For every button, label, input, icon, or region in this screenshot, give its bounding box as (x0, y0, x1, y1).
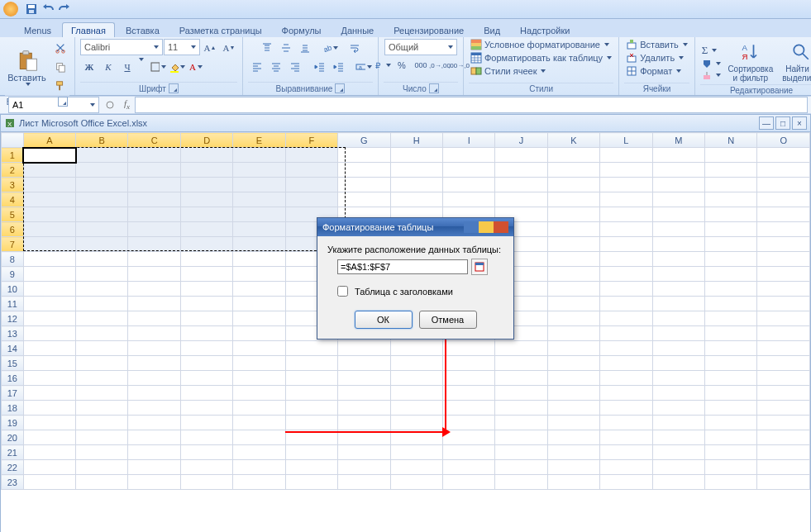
cell[interactable] (128, 282, 180, 297)
cell[interactable] (547, 341, 599, 356)
cell[interactable] (443, 356, 495, 371)
cell[interactable] (128, 237, 180, 252)
cell[interactable] (23, 475, 75, 490)
row-header[interactable]: 15 (2, 356, 24, 371)
cell[interactable] (233, 222, 285, 237)
cell[interactable] (180, 178, 232, 192)
cell[interactable] (180, 460, 232, 475)
fill-color-button[interactable] (168, 58, 186, 76)
row-header[interactable]: 19 (2, 416, 24, 430)
cell[interactable] (443, 163, 495, 178)
cell[interactable] (547, 297, 599, 311)
cell[interactable] (495, 192, 547, 207)
cell[interactable] (705, 356, 757, 371)
cell[interactable] (652, 445, 704, 460)
cell[interactable] (652, 192, 704, 207)
fill-button[interactable] (700, 59, 723, 69)
cell[interactable] (233, 445, 285, 460)
cell[interactable] (652, 401, 704, 416)
cell[interactable] (495, 416, 547, 430)
cell[interactable] (285, 148, 337, 163)
cell[interactable] (233, 282, 285, 297)
cell[interactable] (443, 416, 495, 430)
cell[interactable] (180, 430, 232, 445)
cell[interactable] (390, 341, 442, 356)
bold-button[interactable]: Ж (80, 58, 98, 76)
cell[interactable] (128, 401, 180, 416)
shrink-font-icon[interactable]: A▼ (220, 39, 238, 57)
cell[interactable] (757, 207, 810, 222)
cell[interactable] (652, 163, 704, 178)
cell[interactable] (600, 416, 652, 430)
row-header[interactable]: 7 (2, 237, 24, 252)
cell[interactable] (180, 192, 232, 207)
row-header[interactable]: 14 (2, 341, 24, 356)
cell[interactable] (23, 416, 75, 430)
cell[interactable] (76, 178, 128, 192)
row-header[interactable]: 6 (2, 222, 24, 237)
comma-icon[interactable]: 000 (412, 56, 430, 74)
cell[interactable] (705, 267, 757, 282)
cell[interactable] (600, 386, 652, 401)
cell[interactable] (705, 311, 757, 326)
cell[interactable] (652, 237, 704, 252)
cell[interactable] (180, 267, 232, 282)
cell[interactable] (705, 207, 757, 222)
cell[interactable] (757, 237, 810, 252)
cell[interactable] (652, 416, 704, 430)
cell[interactable] (233, 326, 285, 341)
cell[interactable] (285, 401, 337, 416)
row-header[interactable]: 21 (2, 445, 24, 460)
cell[interactable] (390, 475, 442, 490)
cell[interactable] (180, 371, 232, 386)
cell[interactable] (180, 237, 232, 252)
cell[interactable] (233, 207, 285, 222)
row-header[interactable]: 9 (2, 267, 24, 282)
cell[interactable] (180, 148, 232, 163)
row-header[interactable]: 20 (2, 430, 24, 445)
cell[interactable] (757, 371, 810, 386)
align-bottom-icon[interactable] (296, 39, 314, 57)
autosum-button[interactable]: Σ (700, 44, 723, 57)
clipboard-launcher[interactable] (58, 97, 68, 107)
cell[interactable] (600, 222, 652, 237)
italic-button[interactable]: К (99, 58, 117, 76)
cell[interactable] (547, 252, 599, 267)
font-launcher[interactable] (169, 83, 179, 93)
cell[interactable] (705, 430, 757, 445)
cell[interactable] (757, 341, 810, 356)
cell[interactable] (285, 163, 337, 178)
select-all-corner[interactable] (2, 133, 24, 148)
cell[interactable] (233, 148, 285, 163)
cell[interactable] (128, 341, 180, 356)
row-header[interactable]: 1 (2, 148, 24, 163)
column-header[interactable]: D (180, 133, 232, 148)
fx-button[interactable]: fx (124, 98, 130, 111)
cell[interactable] (233, 341, 285, 356)
cell[interactable] (443, 401, 495, 416)
cell[interactable] (128, 297, 180, 311)
cell[interactable] (233, 401, 285, 416)
row-header[interactable]: 11 (2, 297, 24, 311)
office-button[interactable] (3, 2, 18, 17)
cell[interactable] (705, 252, 757, 267)
cell[interactable] (652, 178, 704, 192)
cut-icon[interactable] (51, 39, 69, 57)
cell[interactable] (443, 460, 495, 475)
cell[interactable] (285, 178, 337, 192)
cell[interactable] (180, 326, 232, 341)
cell[interactable] (600, 148, 652, 163)
cell[interactable] (233, 416, 285, 430)
cell[interactable] (180, 356, 232, 371)
cell[interactable] (547, 282, 599, 297)
cell[interactable] (600, 252, 652, 267)
cell[interactable] (705, 178, 757, 192)
cell[interactable] (338, 371, 390, 386)
cell[interactable] (23, 341, 75, 356)
cell[interactable] (76, 163, 128, 178)
cell[interactable] (338, 178, 390, 192)
cell[interactable] (23, 178, 75, 192)
cell[interactable] (757, 192, 810, 207)
cell[interactable] (76, 445, 128, 460)
cell[interactable] (495, 401, 547, 416)
